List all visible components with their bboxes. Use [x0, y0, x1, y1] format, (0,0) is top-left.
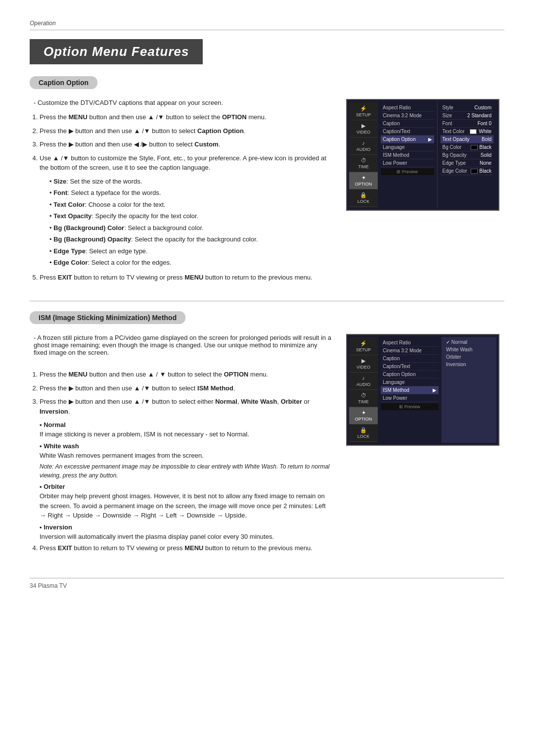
caption-step5-list: Press EXIT button to return to TV viewin…	[40, 273, 331, 283]
ism-video-icon: ▶	[360, 358, 367, 364]
section-divider	[30, 301, 504, 301]
ism-sidebar-video: ▶ VIDEO	[349, 355, 378, 373]
ism-whitewash-note: Note: An excessive permanent image may b…	[40, 462, 331, 480]
ism-step-1: Press the MENU button and then use ▲ / ▼…	[40, 370, 331, 379]
caption-step-5: Press EXIT button to return to TV viewin…	[40, 273, 331, 283]
ism-menu-caption-text: Caption/Text	[381, 363, 439, 371]
menu-caption: Caption	[381, 120, 434, 128]
ism-step4-list: Press EXIT button to return to TV viewin…	[40, 543, 331, 553]
ism-orbiter-body: Orbiter may help prevent ghost images. H…	[40, 491, 331, 520]
ism-section: ISM (Image Sticking Minimization) Method…	[30, 311, 504, 558]
ism-normal-item: Normal	[442, 338, 496, 346]
right-textcolor: Text ColorWhite	[441, 128, 494, 136]
video-icon: ▶	[360, 123, 367, 129]
sidebar-lock: 🔒 LOCK	[349, 189, 378, 207]
ism-sidebar-lock: 🔒 LOCK	[349, 425, 378, 442]
caption-left-menu: Aspect Ratio Cinema 3:2 Mode Caption Cap…	[378, 102, 438, 208]
ism-normal-header: • Normal	[40, 421, 331, 428]
footer-text: 34 Plasma TV	[30, 582, 67, 589]
ism-sidebar-time: ⏱ TIME	[349, 390, 378, 407]
ism-option-icon: ✦	[360, 410, 367, 416]
caption-steps-list: Press the MENU button and then use ▲ /▼ …	[40, 112, 331, 268]
caption-bullet-edgecolor: Edge Color: Select a color for the edges…	[49, 258, 331, 268]
menu-ism: ISM Method	[381, 151, 434, 159]
ism-sidebar-option: ✦ OPTION	[349, 407, 378, 425]
ism-menu-cinema: Cinema 3:2 Mode	[381, 347, 439, 355]
ism-left-menu: Aspect Ratio Cinema 3:2 Mode Caption Cap…	[378, 337, 442, 443]
right-bgcolor: Bg ColorBlack	[441, 143, 494, 151]
operation-label: Operation	[30, 20, 504, 27]
ism-normal-body: If image sticking is never a problem, IS…	[40, 429, 331, 439]
menu-cinema: Cinema 3:2 Mode	[381, 112, 434, 120]
caption-content: - Customize the DTV/CADTV captions that …	[30, 99, 504, 287]
ism-whitewash-body: White Wash removes permanent images from…	[40, 451, 331, 461]
caption-step-4: Use ▲ /▼ button to customize the Style, …	[40, 153, 331, 268]
lock-icon: 🔒	[360, 192, 367, 198]
caption-bullet-textopacity: Text Opacity: Specify the opacity for th…	[49, 211, 331, 221]
ism-sidebar-setup: ⚡ SETUP	[349, 338, 378, 355]
ism-inversion-item: Inversion	[442, 361, 496, 368]
time-icon: ⏱	[360, 157, 367, 163]
page-title-box: Option Menu Features	[30, 39, 203, 64]
right-font: FontFont 0	[441, 120, 494, 128]
ism-lock-icon: 🔒	[360, 427, 367, 433]
sidebar-option: ✦ OPTION	[349, 172, 378, 189]
ism-preview: ⊞ Preview	[381, 403, 439, 410]
ism-orbiter-header: • Orbiter	[40, 483, 331, 490]
ism-menu-low-power: Low Power	[381, 394, 439, 402]
ism-orbiter-section: • Orbiter Orbiter may help prevent ghost…	[30, 483, 331, 520]
caption-preview: ⊞ Preview	[381, 168, 434, 175]
caption-menu-image: ⚡ SETUP ▶ VIDEO ♪ AUDIO ⏱	[346, 99, 504, 287]
ism-right-submenu: Normal White Wash Orbiter Inversion	[442, 337, 496, 443]
ism-inversion-body: Inversion will automatically invert the …	[40, 532, 331, 542]
ism-menu-caption-opt: Caption Option	[381, 371, 439, 378]
menu-low-power: Low Power	[381, 159, 434, 167]
page-title: Option Menu Features	[44, 44, 189, 59]
top-divider	[30, 30, 504, 30]
menu-aspect-ratio: Aspect Ratio	[381, 104, 434, 112]
bottom-divider	[30, 578, 504, 578]
right-style: StyleCustom	[441, 104, 494, 112]
ism-orbiter-item: Orbiter	[442, 353, 496, 361]
ism-step-4: Press EXIT button to return to TV viewin…	[40, 543, 331, 553]
caption-intro: - Customize the DTV/CADTV captions that …	[34, 99, 331, 106]
ism-content: - A frozen still picture from a PC/video…	[30, 334, 504, 558]
ism-audio-icon: ♪	[360, 375, 367, 381]
caption-bullet-textcolor: Text Color: Choose a color for the text.	[49, 200, 331, 210]
ism-step-3: Press the ▶ button and then use ▲ /▼ but…	[40, 397, 331, 416]
ism-inversion-section: • Inversion Inversion will automatically…	[30, 523, 331, 542]
sidebar-time: ⏱ TIME	[349, 155, 378, 172]
caption-section: Caption Option - Customize the DTV/CADTV…	[30, 76, 504, 287]
caption-bullet-size: Size: Set the size of the words.	[49, 177, 331, 187]
ism-menu-aspect: Aspect Ratio	[381, 339, 439, 347]
ism-subsections: • Normal If image sticking is never a pr…	[30, 421, 331, 541]
ism-section-label: ISM (Image Sticking Minimization) Method	[30, 311, 185, 324]
menu-caption-option: Caption Option ▶	[381, 136, 434, 143]
caption-step-3: Press the ▶ button and then use ◀ /▶ but…	[40, 140, 331, 149]
caption-bullet-font: Font: Select a typeface for the words.	[49, 188, 331, 198]
ism-tv-main: Aspect Ratio Cinema 3:2 Mode Caption Cap…	[378, 337, 496, 443]
ism-setup-icon: ⚡	[360, 340, 367, 346]
ism-whitewash-item: White Wash	[442, 346, 496, 353]
right-bgopacity: Bg OpacitySolid	[441, 151, 494, 159]
right-edgetype: Edge TypeNone	[441, 159, 494, 167]
ism-step-2: Press the ▶ button and then use ▲ /▼ but…	[40, 383, 331, 393]
ism-intro: - A frozen still picture from a PC/video…	[34, 334, 331, 356]
ism-whitewash-header: • White wash	[40, 442, 331, 450]
right-size: Size2 Standard	[441, 112, 494, 120]
caption-step-2: Press the ▶ button and then use ▲ /▼ but…	[40, 126, 331, 136]
menu-caption-text: Caption/Text	[381, 128, 434, 136]
ism-steps-list: Press the MENU button and then use ▲ / ▼…	[40, 370, 331, 416]
option-icon: ✦	[360, 175, 367, 181]
sidebar-setup: ⚡ SETUP	[349, 103, 378, 120]
ism-tv-sidebar: ⚡ SETUP ▶ VIDEO ♪ AUDIO ⏱	[349, 337, 378, 443]
ism-menu-ism: ISM Method▶	[381, 386, 439, 394]
ism-menu-caption: Caption	[381, 355, 439, 363]
audio-icon: ♪	[360, 140, 367, 146]
right-textopacity: Text OpacityBold	[441, 136, 494, 143]
caption-tv-main: Aspect Ratio Cinema 3:2 Mode Caption Cap…	[378, 102, 496, 208]
caption-bullet-bgopacity: Bg (Background) Opacity: Select the opac…	[49, 235, 331, 244]
ism-whitewash-section: • White wash White Wash removes permanen…	[30, 442, 331, 480]
caption-tv-menu: ⚡ SETUP ▶ VIDEO ♪ AUDIO ⏱	[346, 99, 499, 211]
ism-time-icon: ⏱	[360, 392, 367, 398]
